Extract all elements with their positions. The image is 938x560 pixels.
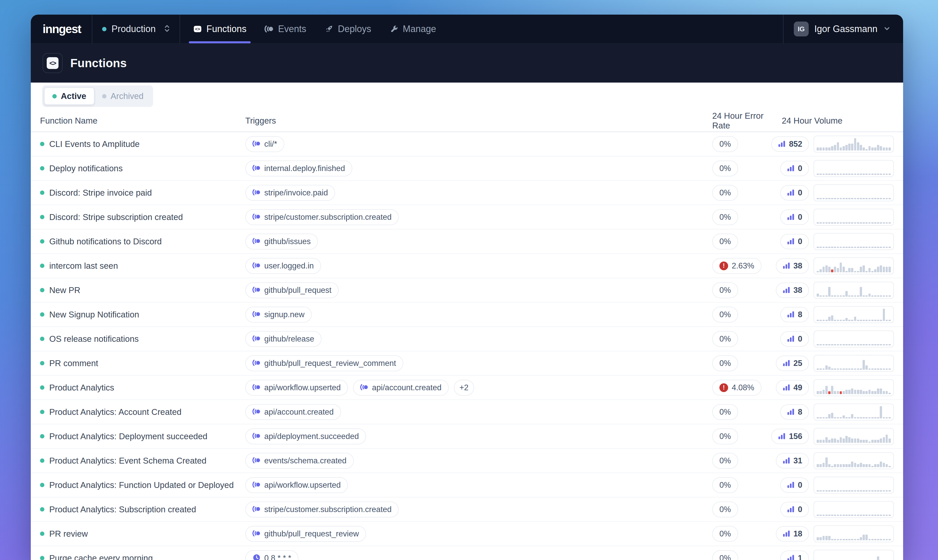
- table-row[interactable]: PR comment github/pull_request_review_co…: [31, 351, 903, 375]
- trigger-label: github/pull_request_review: [264, 529, 359, 538]
- table-row[interactable]: OS release notifications github/release …: [31, 327, 903, 351]
- error-rate-value: 2.63%: [732, 261, 754, 271]
- error-rate-cell: 0%: [712, 526, 775, 542]
- event-trigger-pill: events/schema.created: [245, 453, 354, 469]
- sparkline-slot: [842, 415, 845, 418]
- environment-selector[interactable]: Production: [92, 15, 180, 43]
- sparkline-slot: [865, 440, 868, 443]
- sparkline-slot: [839, 464, 842, 467]
- sparkline-bar: [874, 440, 876, 443]
- sparkline-slot: [859, 174, 862, 175]
- sparkline-slot: [828, 391, 831, 394]
- sparkline-bar: [877, 388, 879, 394]
- sparkline-slot: [868, 320, 871, 321]
- sparkline-bar: [860, 267, 862, 272]
- error-rate-cell: 0%: [712, 160, 775, 176]
- sparkline-slot: [825, 417, 828, 418]
- table-row[interactable]: Product Analytics: Subscription created …: [31, 497, 903, 522]
- volume-sparkline: [813, 185, 894, 201]
- table-row[interactable]: Discord: Stripe invoice paid stripe/invo…: [31, 181, 903, 205]
- trigger-list: stripe/invoice.paid: [245, 185, 712, 201]
- sparkline-slot: [857, 198, 859, 199]
- sparkline-bar: [837, 417, 839, 418]
- sparkline-bar: [846, 436, 848, 443]
- table-row[interactable]: PR review github/pull_request_review 0% …: [31, 522, 903, 546]
- sparkline-bar: [854, 390, 856, 394]
- sparkline-slot: [822, 536, 825, 540]
- sparkline-slot: [833, 222, 836, 224]
- sparkline-bar: [826, 198, 828, 199]
- error-rate-badge: 0%: [712, 477, 738, 493]
- table-row[interactable]: New Signup Notification signup.new 0% 8: [31, 303, 903, 327]
- sparkline-slot: [822, 463, 825, 467]
- sparkline-slot: [888, 198, 891, 199]
- tab-functions[interactable]: <> Functions: [193, 15, 246, 43]
- table-row[interactable]: Product Analytics: Function Updated or D…: [31, 473, 903, 497]
- sparkline-bar: [866, 320, 868, 321]
- sparkline-slot: [831, 539, 833, 540]
- function-name: Discord: Stripe invoice paid: [49, 188, 152, 198]
- error-rate-value: 0%: [719, 164, 731, 173]
- sparkline-slot: [859, 417, 862, 418]
- error-rate-badge: 0%: [712, 355, 738, 371]
- table-body: CLI Events to Amplitude cli/* 0% 852 Dep…: [31, 132, 903, 560]
- sparkline-slot: [868, 368, 871, 370]
- function-name-cell: Product Analytics: Function Updated or D…: [40, 480, 245, 490]
- sparkline-bar: [863, 222, 865, 224]
- function-status-dot: [40, 337, 45, 341]
- tab-label: Manage: [403, 24, 436, 34]
- table-row[interactable]: CLI Events to Amplitude cli/* 0% 852: [31, 132, 903, 156]
- filter-active-button[interactable]: Active: [44, 88, 94, 105]
- function-name: CLI Events to Amplitude: [49, 139, 140, 149]
- function-status-dot: [40, 312, 45, 317]
- table-row[interactable]: Product Analytics api/workflow.upserteda…: [31, 375, 903, 400]
- sparkline-slot: [888, 490, 891, 492]
- table-row[interactable]: Purge cache every morning 0 8 * * * 0% 1: [31, 546, 903, 560]
- sparkline-slot: [842, 438, 845, 443]
- sparkline-slot: [839, 515, 842, 516]
- sparkline-slot: [853, 490, 856, 492]
- volume-count: 25: [793, 359, 802, 368]
- sparkline-slot: [831, 515, 833, 516]
- sparkline-bar: [863, 148, 865, 150]
- table-row[interactable]: Deploy notifications internal.deploy.fin…: [31, 156, 903, 181]
- sparkline-bar: [840, 368, 842, 370]
- table-row[interactable]: Product Analytics: Account Created api/a…: [31, 400, 903, 425]
- table-row[interactable]: intercom last seen user.logged.in ! 2.63…: [31, 254, 903, 278]
- table-row[interactable]: New PR github/pull_request 0% 38: [31, 278, 903, 303]
- sparkline-bar: [886, 222, 888, 224]
- table-row[interactable]: Discord: Stripe subscription created str…: [31, 205, 903, 229]
- sparkline-bar: [877, 556, 879, 560]
- sparkline-slot: [886, 539, 888, 540]
- tab-manage[interactable]: Manage: [389, 15, 436, 43]
- filter-archived-button[interactable]: Archived: [94, 88, 151, 105]
- sparkline-slot: [888, 539, 891, 540]
- filter-archived-label: Archived: [111, 91, 143, 101]
- sparkline-bar: [840, 515, 842, 516]
- sparkline-bar: [828, 198, 830, 199]
- sparkline-bar: [883, 198, 885, 199]
- table-row[interactable]: Product Analytics: Deployment succeeded …: [31, 425, 903, 449]
- tab-events[interactable]: Events: [265, 15, 307, 43]
- sparkline-bar: [874, 464, 876, 467]
- table-row[interactable]: Product Analytics: Event Schema Created …: [31, 449, 903, 473]
- sparkline-slot: [877, 295, 879, 297]
- sparkline-slot: [822, 490, 825, 492]
- error-rate-badge: 0%: [712, 185, 738, 201]
- sparkline-slot: [833, 368, 836, 370]
- column-header-function-name: Function Name: [40, 116, 245, 126]
- sparkline-slot: [845, 198, 848, 199]
- sparkline-bar: [840, 148, 842, 150]
- sparkline-bar: [843, 391, 845, 394]
- sparkline-slot: [857, 464, 859, 467]
- user-menu[interactable]: IG Igor Gassmann: [784, 15, 903, 43]
- sparkline-bar: [843, 320, 845, 321]
- sparkline-slot: [886, 344, 888, 345]
- error-rate-cell: 0%: [712, 453, 775, 469]
- tab-deploys[interactable]: Deploys: [324, 15, 371, 43]
- volume-chart-cell: [813, 525, 894, 542]
- event-trigger-pill: user.logged.in: [245, 258, 321, 274]
- volume-chart-cell: [813, 209, 894, 226]
- table-row[interactable]: Github notifications to Discord github/i…: [31, 229, 903, 254]
- sparkline-bar: [816, 417, 819, 418]
